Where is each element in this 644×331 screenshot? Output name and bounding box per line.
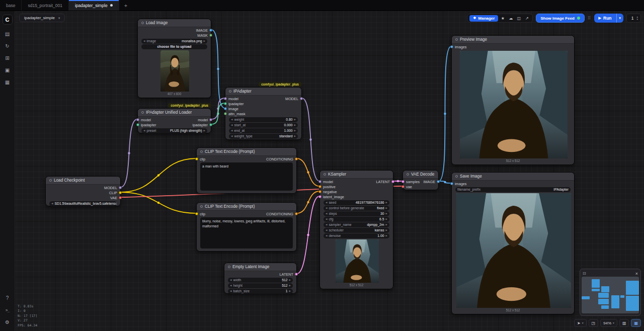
node-clip_text_encode_positive[interactable]: CLIP Text Encode (Prompt) clip CONDITION… xyxy=(196,147,297,194)
widget-sampler-name[interactable]: ◀sampler_namedpmpp_2m▶ xyxy=(324,222,389,227)
output-slot-model[interactable]: MODEL xyxy=(104,186,122,190)
collapse-dot-icon[interactable] xyxy=(455,38,458,41)
collapse-dot-icon[interactable] xyxy=(141,111,144,114)
increment-icon[interactable]: ▶ xyxy=(386,223,387,226)
input-slot-latent-image[interactable]: latent_image xyxy=(318,195,344,199)
output-slot-mask[interactable]: MASK xyxy=(197,33,212,37)
increment-icon[interactable]: ▶ xyxy=(289,284,291,287)
output-slot-latent[interactable]: LATENT xyxy=(376,180,394,184)
widget-seed[interactable]: ◀seed481977689476186▶ xyxy=(324,200,389,205)
minimap-panel[interactable]: ⊡ × xyxy=(580,269,641,316)
cloud-icon[interactable]: ☁ xyxy=(507,15,514,21)
decrement-icon[interactable]: ◀ xyxy=(231,118,232,121)
input-slot-clip[interactable]: clip xyxy=(195,212,205,216)
templates-icon[interactable]: ▦ xyxy=(3,77,13,87)
increment-icon[interactable]: ▶ xyxy=(386,212,387,215)
decrement-icon[interactable]: ◀ xyxy=(326,201,327,204)
drag-handle-icon[interactable]: ⠿ xyxy=(588,16,591,21)
widget-filename-prefix[interactable]: filename_prefixIPAdapter xyxy=(455,187,571,192)
close-icon[interactable]: × xyxy=(635,271,638,276)
collapse-dot-icon[interactable] xyxy=(455,175,458,178)
output-slot-model[interactable]: MODEL xyxy=(285,97,303,101)
decrement-icon[interactable]: ◀ xyxy=(326,218,327,220)
input-slot-positive[interactable]: positive xyxy=(318,185,336,189)
decrement-icon[interactable]: ◀ xyxy=(231,129,232,132)
prompt-textarea[interactable]: a man with beard xyxy=(200,162,293,191)
input-slot-ipadapter[interactable]: ipadapter xyxy=(136,123,156,127)
input-slot-image[interactable]: image xyxy=(224,107,238,111)
node-ksampler[interactable]: KSampler model positive negative latent_… xyxy=(319,170,393,289)
output-slot-vae[interactable]: VAE xyxy=(110,196,122,200)
node-load_checkpoint[interactable]: Load Checkpoint MODEL CLIP VAE◀SD1.5\bea… xyxy=(45,176,121,206)
decrement-icon[interactable]: ◀ xyxy=(326,229,327,231)
output-slot-image[interactable]: IMAGE xyxy=(196,28,212,32)
manager-button[interactable]: ❖ Manager xyxy=(469,15,498,22)
widget-weight-type[interactable]: ◀weight_typestandard▶ xyxy=(229,134,298,139)
increment-icon[interactable]: ▶ xyxy=(386,229,387,231)
widget-denoise[interactable]: ◀denoise1.00▶ xyxy=(324,233,389,238)
collapse-dot-icon[interactable] xyxy=(229,90,231,93)
input-slot-model[interactable]: model xyxy=(318,180,333,184)
input-slot-clip[interactable]: clip xyxy=(195,157,205,161)
node-ipadapter[interactable]: IPAdaptercomfyui_ipadapter_plus model ip… xyxy=(225,87,302,140)
decrement-icon[interactable]: ◀ xyxy=(230,290,231,292)
input-slot-images[interactable]: images xyxy=(450,182,467,186)
workflow-menu-dropdown[interactable]: ipadapter_simple ▾ xyxy=(19,14,65,22)
node-title-bar[interactable]: CLIP Text Encode (Prompt) xyxy=(197,203,296,211)
pointer-tool-button[interactable]: ➤ ▾ xyxy=(574,319,586,327)
input-slot-samples[interactable]: samples xyxy=(401,180,420,184)
increment-icon[interactable]: ▶ xyxy=(386,201,387,204)
terminal-icon[interactable]: >_ xyxy=(3,305,13,315)
node-load_image[interactable]: Load Image IMAGE MASK◀imagemonalisa.png▶… xyxy=(137,19,211,98)
model-library-icon[interactable]: ▣ xyxy=(3,65,13,75)
increment-icon[interactable]: ▶ xyxy=(294,118,296,121)
decrement-icon[interactable]: ◀ xyxy=(51,202,53,205)
increment-icon[interactable]: ▶ xyxy=(289,290,291,292)
widget-start-at[interactable]: ◀start_at0.000▶ xyxy=(229,123,298,128)
input-slot-vae[interactable]: vae xyxy=(401,185,412,189)
stepper-down-icon[interactable]: ▼ xyxy=(636,18,638,21)
decrement-icon[interactable]: ◀ xyxy=(326,234,327,237)
show-image-feed-button[interactable]: Show Image Feed xyxy=(536,14,585,23)
widget-width[interactable]: ◀width512▶ xyxy=(228,278,293,283)
tab-base[interactable]: base xyxy=(0,0,22,11)
output-slot-clip[interactable]: CLIP xyxy=(109,191,122,195)
share-icon[interactable]: ↗ xyxy=(523,15,530,21)
node-preview_image[interactable]: Preview Image images 512 x 512 xyxy=(451,35,575,165)
input-slot-negative[interactable]: negative xyxy=(318,190,337,194)
increment-icon[interactable]: ▶ xyxy=(386,234,387,237)
tab-sd15-portrait-001[interactable]: sd15_portrait_001 xyxy=(22,0,69,11)
output-slot-conditioning[interactable]: CONDITIONING xyxy=(266,157,298,161)
increment-icon[interactable]: ▶ xyxy=(204,129,205,132)
prompt-textarea[interactable]: blurry, noise, messy, lowres, jpeg artif… xyxy=(200,217,293,249)
tab-ipadapter-simple[interactable]: ipadapter_simple xyxy=(69,0,119,11)
decrement-icon[interactable]: ◀ xyxy=(326,212,327,215)
upload-button[interactable]: choose file to upload xyxy=(141,44,207,49)
minimap-viewport[interactable] xyxy=(582,277,639,313)
widget-cfg[interactable]: ◀cfg6.5▶ xyxy=(324,217,389,222)
output-slot-conditioning[interactable]: CONDITIONING xyxy=(266,212,298,216)
settings-icon[interactable]: ⚙ xyxy=(3,317,13,327)
widget-weight[interactable]: ◀weight0.80▶ xyxy=(229,117,298,122)
fit-view-button[interactable]: ◳ xyxy=(589,319,599,327)
zoom-level-dropdown[interactable]: 94% ▾ xyxy=(600,319,617,327)
comfyui-logo[interactable]: C xyxy=(3,15,13,25)
widget-height[interactable]: ◀height512▶ xyxy=(228,283,293,288)
help-icon[interactable]: ? xyxy=(3,293,13,303)
widget-scheduler[interactable]: ◀schedulerkarras▶ xyxy=(324,228,389,233)
widget-preset[interactable]: ◀presetPLUS (high strength)▶ xyxy=(141,128,207,133)
minimap-toggle-button[interactable]: ▥ xyxy=(619,319,629,327)
collapse-dot-icon[interactable] xyxy=(200,150,203,153)
workflows-icon[interactable]: ▤ xyxy=(3,29,13,39)
run-options-caret[interactable]: ▾ xyxy=(616,14,623,23)
input-slot-images[interactable]: images xyxy=(450,45,467,49)
grid-toggle-button[interactable]: ▦ xyxy=(631,319,641,327)
widget-sd1-5-beautifulrealistic-brav5-safetensors[interactable]: ◀SD1.5\beautifulRealistic_brav5.safetens… xyxy=(49,201,117,206)
node-title-bar[interactable]: Save Image xyxy=(452,173,574,181)
decrement-icon[interactable]: ◀ xyxy=(326,207,327,209)
decrement-icon[interactable]: ◀ xyxy=(230,284,231,287)
output-slot-ipadapter[interactable]: ipadapter xyxy=(193,123,212,127)
widget-steps[interactable]: ◀steps30▶ xyxy=(324,211,389,216)
node-library-icon[interactable]: ⊞ xyxy=(3,53,13,63)
queue-icon[interactable]: ↻ xyxy=(3,41,13,51)
